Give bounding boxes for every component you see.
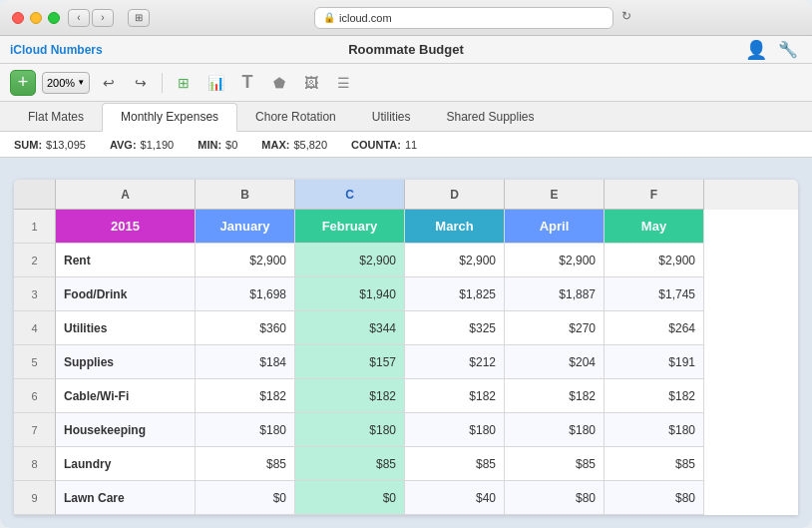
text-icon[interactable]: T <box>234 70 260 96</box>
cell-c3[interactable]: $1,940 <box>295 277 405 311</box>
cell-b8[interactable]: $85 <box>196 447 295 481</box>
cell-c4[interactable]: $344 <box>295 311 405 345</box>
cell-d3[interactable]: $1,825 <box>405 277 505 311</box>
cell-e3[interactable]: $1,887 <box>505 277 605 311</box>
forward-button[interactable]: › <box>92 9 114 27</box>
row-num-3[interactable]: 3 <box>14 277 56 311</box>
cell-d9[interactable]: $40 <box>405 481 505 515</box>
right-toolbar-icons: 👤 🔧 <box>742 36 802 64</box>
col-header-f[interactable]: F <box>605 180 704 210</box>
col-header-b[interactable]: B <box>196 180 295 210</box>
cell-e7[interactable]: $180 <box>505 413 605 447</box>
tab-flat-mates[interactable]: Flat Mates <box>10 102 102 131</box>
cell-c9[interactable]: $0 <box>295 481 405 515</box>
cell-d2[interactable]: $2,900 <box>405 244 505 277</box>
zoom-chevron: ▼ <box>77 78 85 87</box>
cell-e1[interactable]: April <box>505 210 605 244</box>
tab-chore-rotation[interactable]: Chore Rotation <box>237 102 354 131</box>
cell-a6[interactable]: Cable/Wi-Fi <box>56 379 196 413</box>
maximize-button[interactable] <box>48 12 60 24</box>
row-num-5[interactable]: 5 <box>14 345 56 379</box>
add-sheet-button[interactable]: + <box>10 70 36 96</box>
col-header-a[interactable]: A <box>56 180 196 210</box>
cell-e8[interactable]: $85 <box>505 447 605 481</box>
cell-d5[interactable]: $212 <box>405 345 505 379</box>
media-icon[interactable]: 🖼 <box>298 70 324 96</box>
cell-b6[interactable]: $182 <box>196 379 295 413</box>
redo-button[interactable]: ↪ <box>128 70 154 96</box>
cell-f7[interactable]: $180 <box>605 413 704 447</box>
cell-e2[interactable]: $2,900 <box>505 244 605 277</box>
row-num-2[interactable]: 2 <box>14 244 56 277</box>
cell-f9[interactable]: $80 <box>605 481 704 515</box>
tab-utilities[interactable]: Utilities <box>354 102 429 131</box>
cell-a5[interactable]: Supplies <box>56 345 196 379</box>
zoom-selector[interactable]: 200% ▼ <box>42 72 90 94</box>
cell-a3[interactable]: Food/Drink <box>56 277 196 311</box>
cell-c7[interactable]: $180 <box>295 413 405 447</box>
cell-b2[interactable]: $2,900 <box>196 244 295 277</box>
cell-e9[interactable]: $80 <box>505 481 605 515</box>
cell-c8[interactable]: $85 <box>295 447 405 481</box>
cell-a8[interactable]: Laundry <box>56 447 196 481</box>
row-num-8[interactable]: 8 <box>14 447 56 481</box>
reload-button[interactable]: ↻ <box>617 7 635 25</box>
shape-icon[interactable]: ⬟ <box>266 70 292 96</box>
cell-f2[interactable]: $2,900 <box>605 244 704 277</box>
cell-e5[interactable]: $204 <box>505 345 605 379</box>
cell-d6[interactable]: $182 <box>405 379 505 413</box>
minimize-button[interactable] <box>30 12 42 24</box>
col-header-d[interactable]: D <box>405 180 505 210</box>
cell-f8[interactable]: $85 <box>605 447 704 481</box>
tab-monthly-expenses[interactable]: Monthly Expenses <box>102 103 237 132</box>
row-num-6[interactable]: 6 <box>14 379 56 413</box>
cell-f1[interactable]: May <box>605 210 704 244</box>
stat-counta: COUNTA: 11 <box>351 139 417 151</box>
cell-a7[interactable]: Housekeeping <box>56 413 196 447</box>
cell-a2[interactable]: Rent <box>56 244 196 277</box>
undo-button[interactable]: ↩ <box>96 70 122 96</box>
cell-d8[interactable]: $85 <box>405 447 505 481</box>
cell-a1[interactable]: 2015 <box>56 210 196 244</box>
cell-b7[interactable]: $180 <box>196 413 295 447</box>
cell-e6[interactable]: $182 <box>505 379 605 413</box>
cell-b1[interactable]: January <box>196 210 295 244</box>
sum-value: $13,095 <box>46 139 86 151</box>
row-num-9[interactable]: 9 <box>14 481 56 515</box>
cell-d7[interactable]: $180 <box>405 413 505 447</box>
chart-icon[interactable]: 📊 <box>203 70 228 96</box>
cell-c1[interactable]: February <box>295 210 405 244</box>
comment-icon[interactable]: ☰ <box>330 70 356 96</box>
cell-f4[interactable]: $264 <box>605 311 704 345</box>
settings-icon[interactable]: 🔧 <box>774 36 802 64</box>
cell-c6[interactable]: $182 <box>295 379 405 413</box>
back-button[interactable]: ‹ <box>68 9 90 27</box>
toolbar-row: + 200% ▼ ↩ ↪ ⊞ 📊 T ⬟ 🖼 ☰ <box>0 64 812 102</box>
cell-d4[interactable]: $325 <box>405 311 505 345</box>
cell-c2[interactable]: $2,900 <box>295 244 405 277</box>
cell-b5[interactable]: $184 <box>196 345 295 379</box>
cell-b3[interactable]: $1,698 <box>196 277 295 311</box>
row-num-1[interactable]: 1 <box>14 210 56 244</box>
col-header-e[interactable]: E <box>505 180 605 210</box>
app-title-bar: iCloud Numbers Roommate Budget 👤 🔧 <box>0 36 812 64</box>
close-button[interactable] <box>12 12 24 24</box>
col-header-c[interactable]: C <box>295 180 405 210</box>
cell-d1[interactable]: March <box>405 210 505 244</box>
table-icon[interactable]: ⊞ <box>171 70 197 96</box>
cell-f3[interactable]: $1,745 <box>605 277 704 311</box>
share-icon[interactable]: 👤 <box>742 36 770 64</box>
cell-b9[interactable]: $0 <box>196 481 295 515</box>
cell-f6[interactable]: $182 <box>605 379 704 413</box>
address-bar[interactable]: 🔒 icloud.com <box>314 7 613 29</box>
row-num-4[interactable]: 4 <box>14 311 56 345</box>
cell-c5[interactable]: $157 <box>295 345 405 379</box>
sidebar-toggle-button[interactable]: ⊞ <box>128 9 150 27</box>
cell-f5[interactable]: $191 <box>605 345 704 379</box>
row-num-7[interactable]: 7 <box>14 413 56 447</box>
cell-a9[interactable]: Lawn Care <box>56 481 196 515</box>
cell-e4[interactable]: $270 <box>505 311 605 345</box>
cell-b4[interactable]: $360 <box>196 311 295 345</box>
tab-shared-supplies[interactable]: Shared Supplies <box>428 102 552 131</box>
cell-a4[interactable]: Utilities <box>56 311 196 345</box>
